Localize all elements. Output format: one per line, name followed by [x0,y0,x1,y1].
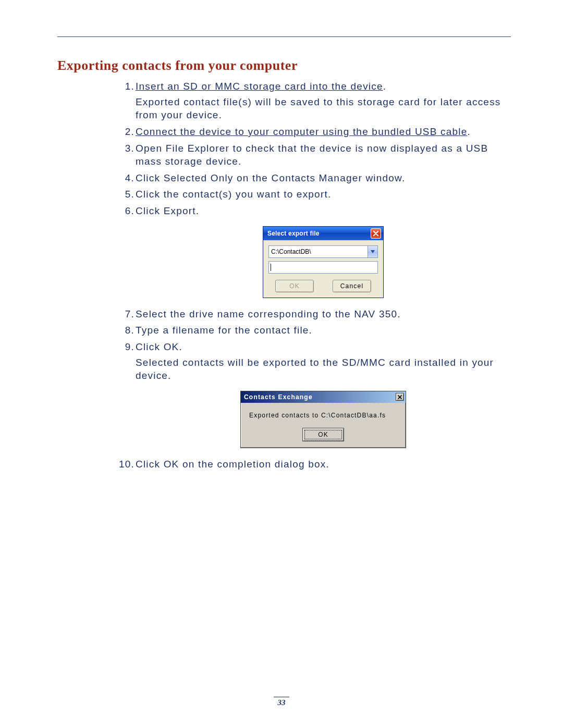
close-icon[interactable] [396,393,404,401]
contacts-exchange-dialog: Contacts Exchange Exported contacts to C… [240,391,406,448]
ok-button[interactable]: OK [302,428,344,441]
step-1: Insert an SD or MMC storage card into th… [136,80,511,122]
select-export-titlebar[interactable]: Select export file [263,227,383,240]
cancel-button[interactable]: Cancel [333,280,371,292]
footer-rule [274,697,289,697]
path-input[interactable] [269,246,368,257]
top-rule [57,36,511,37]
select-export-title: Select export file [267,229,371,238]
page-number: 33 [0,698,563,707]
instruction-list: Insert an SD or MMC storage card into th… [57,80,511,471]
figure-contacts-exchange: Contacts Exchange Exported contacts to C… [136,391,511,448]
step-8: Type a filename for the contact file. [136,324,511,337]
step-1-note: Exported contact file(s) will be saved t… [136,95,511,122]
ok-button-label: OK [318,430,328,439]
export-complete-message: Exported contacts to C:\ContactDB\aa.fs [247,411,399,419]
step-1-link[interactable]: Insert an SD or MMC storage card into th… [136,81,383,92]
step-6: Click Export. Select export file [136,204,511,298]
contacts-exchange-titlebar[interactable]: Contacts Exchange [241,391,406,403]
document-page: Exporting contacts from your computer In… [0,0,563,728]
step-4: Click Selected Only on the Contacts Mana… [136,171,511,185]
step-9-note: Selected contacts will be exported to th… [136,356,511,382]
step-9: Click OK. Selected contacts will be expo… [136,340,511,448]
step-7: Select the drive name corresponding to t… [136,307,511,321]
filename-input[interactable] [271,264,377,271]
step-9-text: Click OK. [136,341,182,352]
dialog1-button-row: OK Cancel [268,280,378,292]
path-combo[interactable] [268,245,378,258]
close-icon[interactable] [371,228,381,239]
step-5: Click the contact(s) you want to export. [136,188,511,201]
step-2: Connect the device to your computer usin… [136,125,511,139]
section-heading: Exporting contacts from your computer [57,58,511,73]
ok-button[interactable]: OK [275,280,314,292]
filename-field[interactable] [268,261,378,274]
contacts-exchange-title: Contacts Exchange [244,393,396,401]
step-2-link[interactable]: Connect the device to your computer usin… [136,126,467,137]
select-export-body: OK Cancel [263,240,383,298]
step-6-text: Click Export. [136,205,199,216]
step-10: Click OK on the completion dialog box. [136,458,511,471]
chevron-down-icon[interactable] [368,246,377,257]
contacts-exchange-body: Exported contacts to C:\ContactDB\aa.fs … [241,403,406,448]
select-export-dialog: Select export file [263,226,384,298]
page-footer: 33 [0,697,563,707]
figure-select-export: Select export file [136,226,511,298]
step-3: Open File Explorer to check that the dev… [136,142,511,168]
